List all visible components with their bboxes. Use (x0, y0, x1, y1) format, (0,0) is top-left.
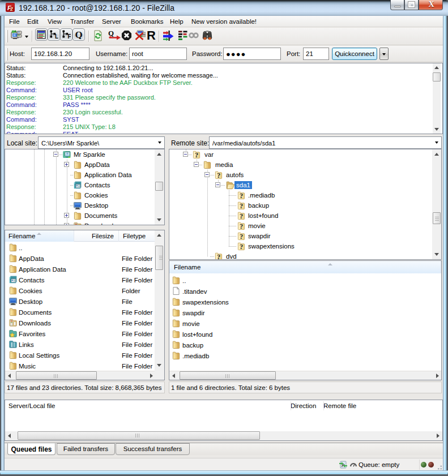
svg-text:Q: Q (75, 30, 82, 39)
svg-text:F: F (68, 33, 71, 39)
svg-text:R: R (147, 29, 156, 41)
svg-text:Q: Q (108, 29, 114, 37)
svg-text:L: L (55, 33, 58, 39)
svg-text:z: z (10, 6, 13, 12)
